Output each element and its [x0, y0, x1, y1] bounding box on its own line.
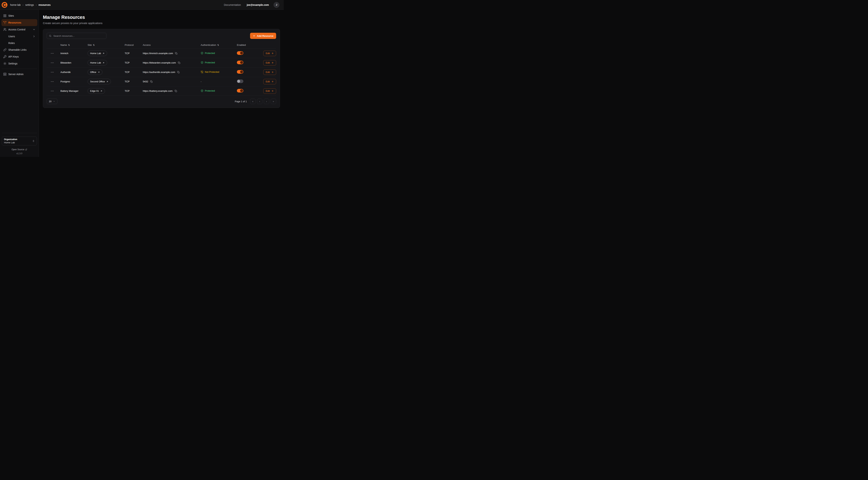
edit-label: Edit [266, 90, 270, 92]
avatar[interactable]: J [274, 2, 279, 8]
copy-icon[interactable] [175, 52, 178, 55]
site-link[interactable]: Edge 01 [88, 88, 105, 94]
sidebar-item-roles[interactable]: Roles [1, 40, 37, 46]
table-row: ⋯ Battery Manager Edge 01 TCP https://ba… [47, 86, 276, 96]
table-row: ⋯ Immich Home Lab TCP https://immich.exa… [47, 49, 276, 58]
site-name: Office [90, 71, 96, 73]
toolbar: Add Resource [47, 33, 276, 39]
row-menu-button[interactable]: ⋯ [47, 89, 60, 92]
site-link[interactable]: Office [88, 69, 102, 75]
copy-icon[interactable] [150, 80, 153, 83]
app-logo-icon[interactable] [1, 2, 8, 8]
breadcrumb: home-lab › settings › resources [10, 3, 51, 6]
header-protocol: Protocol [125, 43, 143, 46]
first-page-button[interactable]: « [250, 99, 255, 104]
enabled-toggle[interactable] [237, 61, 243, 64]
sidebar-item-server-admin[interactable]: Server Admin [1, 71, 37, 78]
row-menu-button[interactable]: ⋯ [47, 70, 60, 74]
sidebar-divider [2, 133, 37, 133]
user-email[interactable]: joe@example.com [247, 3, 269, 6]
chevrons-up-down-icon [32, 140, 35, 142]
site-link[interactable]: Second Office [88, 79, 111, 84]
edit-label: Edit [266, 61, 270, 64]
edit-button[interactable]: Edit [263, 79, 276, 84]
breadcrumb-settings[interactable]: settings [25, 3, 34, 6]
access-value: https://immich.example.com [143, 52, 173, 55]
auth-label: Not Protected [205, 70, 219, 73]
enabled-toggle[interactable] [237, 51, 243, 55]
sidebar-item-access-control[interactable]: Access Control [1, 26, 37, 33]
page-title: Manage Resources [43, 14, 280, 20]
protocol-value: TCP [125, 52, 143, 55]
sidebar-item-shareable-links[interactable]: Shareable Links [1, 46, 37, 53]
sidebar-item-label: Resources [8, 21, 21, 24]
sort-icon: ⇅ [217, 44, 219, 46]
site-link[interactable]: Home Lab [88, 60, 107, 65]
sidebar-item-users[interactable]: Users [1, 33, 37, 40]
copy-icon[interactable] [177, 71, 180, 73]
enabled-toggle[interactable] [237, 89, 243, 92]
auth-badge: Protected [201, 52, 215, 55]
edit-button[interactable]: Edit [263, 88, 276, 94]
pagination: Page 1 of 1 « ‹ › » [235, 99, 276, 104]
body-row: Sites Resources Access Control Users [0, 10, 284, 157]
table-footer: 20 Page 1 of 1 « ‹ › » [47, 99, 276, 104]
copy-icon[interactable] [175, 90, 177, 92]
organization-selector[interactable]: Organization Home Lab [2, 137, 37, 145]
sidebar-item-sites[interactable]: Sites [1, 12, 37, 19]
next-page-button[interactable]: › [264, 99, 269, 104]
breadcrumb-org[interactable]: home-lab [10, 3, 21, 6]
sidebar-item-api-keys[interactable]: API Keys [1, 53, 37, 60]
external-link-arrow-icon [106, 81, 108, 83]
page-size-value: 20 [49, 100, 52, 103]
organization-label: Organization [4, 138, 17, 141]
edit-button[interactable]: Edit [263, 60, 276, 65]
header-site[interactable]: Site ⇅ [88, 43, 125, 46]
shield-check-icon [201, 89, 204, 92]
page-subtitle: Create secure proxies to your private ap… [43, 22, 280, 25]
auth-label: Protected [205, 61, 215, 64]
resource-name: Postgres [60, 80, 88, 83]
site-link[interactable]: Home Lab [88, 51, 107, 56]
enabled-toggle[interactable] [237, 80, 243, 83]
auth-label: - [201, 80, 202, 83]
open-source-label: Open Source [11, 148, 24, 151]
row-menu-button[interactable]: ⋯ [47, 61, 60, 64]
copy-icon[interactable] [178, 62, 180, 64]
open-source-link[interactable]: Open Source [1, 148, 37, 151]
enabled-toggle[interactable] [237, 70, 243, 74]
last-page-button[interactable]: » [271, 99, 276, 104]
edit-button[interactable]: Edit [263, 51, 276, 56]
table-row: ⋯ Postgres Second Office TCP 5432 [47, 77, 276, 86]
resource-name: Bitwarden [60, 61, 88, 64]
access-value: https://authentik.example.com [143, 71, 175, 73]
sidebar-item-settings[interactable]: Settings [1, 60, 37, 67]
auth-badge: - [201, 80, 202, 83]
gear-icon [3, 62, 6, 65]
chevron-down-icon [53, 100, 55, 102]
search-input[interactable] [53, 34, 104, 37]
header-authentication[interactable]: Authentication ⇅ [201, 43, 237, 46]
edit-label: Edit [266, 71, 270, 73]
external-link-icon [25, 149, 27, 151]
header-enabled: Enabled [237, 43, 261, 46]
auth-badge: Protected [201, 61, 215, 64]
add-resource-label: Add Resource [257, 35, 273, 37]
protocol-value: TCP [125, 90, 143, 92]
add-resource-button[interactable]: Add Resource [250, 33, 276, 39]
header-name[interactable]: Name ⇅ [60, 43, 88, 46]
users-icon [3, 28, 6, 31]
pager-buttons: « ‹ › » [250, 99, 276, 104]
documentation-link[interactable]: Documentation [224, 3, 241, 6]
split-icon [3, 21, 6, 24]
plus-icon [253, 35, 255, 37]
sidebar-item-resources[interactable]: Resources [1, 19, 37, 26]
row-menu-button[interactable]: ⋯ [47, 80, 60, 83]
arrow-right-icon [271, 52, 274, 55]
page-size-select[interactable]: 20 [47, 99, 57, 104]
row-menu-button[interactable]: ⋯ [47, 52, 60, 55]
edit-button[interactable]: Edit [263, 69, 276, 75]
sidebar-item-label: Roles [8, 41, 15, 44]
main-content: Manage Resources Create secure proxies t… [39, 10, 284, 157]
previous-page-button[interactable]: ‹ [257, 99, 262, 104]
